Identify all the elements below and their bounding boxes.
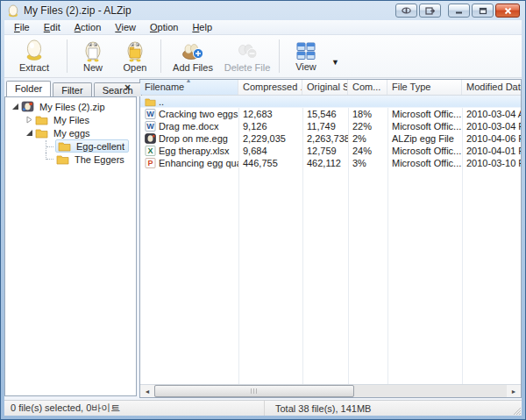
word-document-icon: W — [145, 121, 156, 132]
word-document-icon: W — [145, 109, 156, 119]
file-row[interactable]: X Egg therapy.xlsx 9,684 12,759 24% Micr… — [140, 145, 521, 157]
scrollbar-track[interactable] — [154, 385, 507, 397]
file-list-panel: ▲ Filename Compressed ... Original S... … — [139, 79, 522, 398]
expander-expanded-icon[interactable] — [10, 103, 20, 110]
close-icon — [504, 7, 512, 15]
title-bar[interactable]: My Files (2).zip - ALZip — [1, 1, 525, 20]
sort-ascending-icon: ▲ — [186, 80, 192, 83]
column-header-original-size[interactable]: Original S... — [302, 80, 348, 95]
tab-filter[interactable]: Filter — [53, 82, 91, 96]
window-arrow-icon — [425, 7, 435, 15]
powerpoint-document-icon: P — [145, 158, 156, 168]
scrollbar-thumb[interactable] — [154, 385, 354, 397]
file-name: Enhancing egg quality... — [159, 158, 238, 168]
horizontal-scrollbar[interactable]: ◄ ► — [140, 384, 521, 397]
file-name: Cracking two eggs wit... — [159, 109, 238, 119]
view-dropdown-icon[interactable]: ▼ — [331, 58, 342, 67]
folder-icon — [145, 96, 156, 107]
menu-file[interactable]: File — [7, 21, 37, 34]
column-header-file-type[interactable]: File Type — [387, 80, 462, 95]
tree-item-the-eggers[interactable]: The Eggers — [5, 153, 136, 166]
add-files-eggs-icon — [181, 39, 204, 62]
menu-option[interactable]: Option — [143, 21, 185, 34]
folder-icon — [35, 127, 48, 139]
extract-button[interactable]: Extract — [6, 37, 62, 75]
zip-archive-icon — [21, 101, 34, 112]
tree-item-label: Egg-cellent — [74, 141, 127, 152]
toolbar-separator — [279, 39, 280, 73]
folder-icon — [35, 114, 48, 125]
restore-icon — [479, 7, 487, 15]
menu-help[interactable]: Help — [185, 21, 219, 34]
view-grid-icon — [295, 40, 316, 61]
tab-search[interactable]: Search — [94, 82, 142, 96]
file-row[interactable]: Drop on me.egg 2,229,035 2,263,738 2% AL… — [140, 132, 521, 145]
resize-grip[interactable] — [511, 405, 521, 415]
column-header-compression[interactable]: Com... — [348, 80, 387, 95]
menu-action[interactable]: Action — [68, 21, 109, 34]
folder-icon — [56, 153, 69, 165]
main-area: Folder Filter Search × — [4, 78, 522, 400]
tab-folder[interactable]: Folder — [6, 81, 51, 96]
column-header-filename[interactable]: ▲ Filename — [140, 80, 238, 95]
open-archive-button[interactable]: Open — [114, 37, 156, 75]
restore-button[interactable] — [472, 4, 494, 18]
minimize-icon — [455, 7, 463, 15]
add-files-button[interactable]: Add Files — [166, 37, 220, 75]
tree-item-label: My Files (2).zip — [37, 102, 108, 112]
svg-text:W: W — [146, 110, 154, 118]
column-header-modified-date[interactable]: Modified Date — [462, 80, 521, 95]
alzip-egg-icon — [7, 4, 19, 18]
file-name: .. — [159, 96, 164, 107]
tree-item-egg-cellent[interactable]: Egg-cellent — [5, 139, 136, 153]
status-bar: 0 file(s) selected, 0바이트 Total 38 file(s… — [4, 400, 522, 416]
open-egg-character-icon — [124, 39, 146, 62]
folder-icon — [58, 140, 71, 152]
file-name: Drag me.docx — [159, 121, 218, 132]
sidebar-close-icon[interactable]: × — [122, 82, 133, 94]
oval-tool-icon — [402, 7, 411, 14]
extract-egg-icon — [23, 39, 46, 62]
list-header: ▲ Filename Compressed ... Original S... … — [140, 80, 521, 96]
sidebar-tabs: Folder Filter Search × — [4, 79, 137, 96]
scroll-left-icon[interactable]: ◄ — [140, 385, 154, 397]
menu-view[interactable]: View — [108, 21, 143, 34]
menu-edit[interactable]: Edit — [37, 21, 68, 34]
expander-expanded-icon[interactable] — [24, 129, 34, 137]
selection-status: 0 file(s) selected, 0바이트 — [4, 401, 265, 416]
scrollbar-grip — [251, 388, 258, 394]
tree-item-my-files[interactable]: My Files — [5, 113, 136, 126]
parent-directory-row[interactable]: .. — [140, 96, 521, 108]
total-status: Total 38 file(s), 141MB — [265, 403, 371, 414]
new-egg-character-icon — [82, 39, 103, 62]
list-body: .. W Crac — [140, 96, 521, 384]
file-row[interactable]: P Enhancing egg quality... 446,755 462,1… — [140, 157, 521, 169]
expander-collapsed-icon[interactable] — [24, 116, 34, 124]
svg-text:P: P — [147, 159, 153, 167]
file-row[interactable]: W Cracking two eggs wit... 12,683 15,546… — [140, 108, 521, 120]
new-archive-button[interactable]: New — [72, 37, 114, 75]
view-button[interactable]: View — [284, 39, 328, 75]
toolbar: Extract New — [4, 35, 522, 78]
svg-text:W: W — [146, 122, 154, 131]
excel-document-icon: X — [145, 146, 156, 156]
close-button[interactable] — [495, 4, 520, 18]
scroll-right-icon[interactable]: ► — [507, 385, 521, 397]
minimize-button[interactable] — [448, 4, 470, 18]
tree-connector — [46, 140, 55, 153]
file-name: Egg therapy.xlsx — [159, 146, 230, 156]
menu-bar: File Edit Action View Option Help — [4, 20, 522, 35]
file-name: Drop on me.egg — [159, 133, 228, 144]
alzip-tool-button-1[interactable] — [395, 4, 417, 18]
tree-item-label: The Eggers — [72, 154, 127, 165]
alzip-tool-button-2[interactable] — [419, 4, 441, 18]
tree-connector — [46, 153, 55, 160]
tree-item-archive-root[interactable]: My Files (2).zip — [5, 100, 136, 113]
tree-item-my-eggs[interactable]: My eggs — [5, 126, 136, 139]
file-row[interactable]: W Drag me.docx 9,126 11,749 22% Microsof… — [140, 120, 521, 132]
folder-tree: My Files (2).zip My Files — [4, 96, 137, 396]
selected-tree-item: Egg-cellent — [55, 139, 129, 153]
delete-file-button[interactable]: Delete File — [220, 37, 274, 75]
svg-text:X: X — [147, 146, 153, 155]
column-header-compressed-size[interactable]: Compressed ... — [238, 80, 302, 95]
